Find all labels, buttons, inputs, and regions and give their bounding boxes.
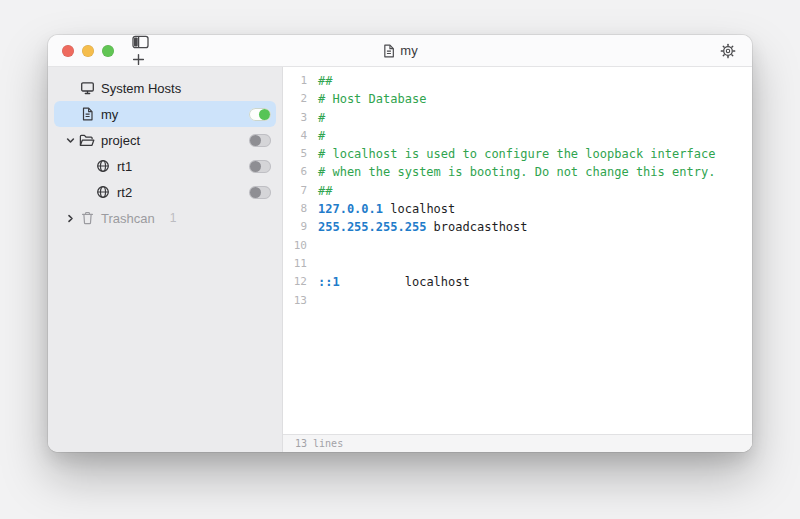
code-segment-plain	[426, 220, 433, 234]
sidebar: System Hostsmyprojectrt1rt2Trashcan1	[48, 67, 283, 452]
add-button[interactable]	[130, 51, 147, 68]
line-number: 10	[283, 237, 307, 255]
editor-line[interactable]: 3#	[283, 109, 752, 127]
sidebar-item-rt1[interactable]: rt1	[54, 153, 276, 179]
code-segment-host: localhost	[405, 275, 470, 289]
code-segment-comment: # when the system is booting. Do not cha…	[318, 165, 715, 179]
globe-icon	[94, 185, 112, 199]
line-number: 2	[283, 90, 307, 108]
gear-icon	[720, 43, 736, 59]
sidebar-item-label: rt2	[117, 185, 132, 200]
monitor-icon	[78, 81, 96, 95]
close-button[interactable]	[62, 45, 74, 57]
line-content[interactable]: ::1 localhost	[307, 273, 470, 291]
line-content[interactable]	[307, 255, 318, 273]
settings-button[interactable]	[718, 41, 738, 61]
window-title-text: my	[400, 43, 417, 58]
sidebar-item-label: rt1	[117, 159, 132, 174]
sidebar-item-system-hosts[interactable]: System Hosts	[54, 75, 276, 101]
line-number: 8	[283, 200, 307, 218]
traffic-lights	[62, 45, 114, 57]
line-number: 9	[283, 218, 307, 236]
line-content[interactable]: ##	[307, 182, 332, 200]
toggle-switch[interactable]	[249, 160, 271, 173]
sidebar-item-label: project	[101, 133, 140, 148]
line-content[interactable]: # when the system is booting. Do not cha…	[307, 163, 715, 181]
globe-icon	[94, 159, 112, 173]
editor[interactable]: 1##2# Host Database3#4#5# localhost is u…	[283, 67, 752, 434]
line-number: 5	[283, 145, 307, 163]
sidebar-item-label: System Hosts	[101, 81, 181, 96]
toggle-knob	[250, 135, 261, 146]
code-segment-host: localhost	[390, 202, 455, 216]
line-content[interactable]: # Host Database	[307, 90, 426, 108]
line-content[interactable]: ##	[307, 72, 332, 90]
editor-line[interactable]: 5# localhost is used to configure the lo…	[283, 145, 752, 163]
window-title: my	[382, 35, 417, 66]
code-segment-comment: #	[318, 129, 325, 143]
editor-line[interactable]: 1##	[283, 72, 752, 90]
status-bar: 13 lines	[283, 434, 752, 452]
editor-line[interactable]: 11	[283, 255, 752, 273]
chevron-right-icon[interactable]	[62, 214, 78, 223]
editor-line[interactable]: 10	[283, 237, 752, 255]
sidebar-item-project[interactable]: project	[54, 127, 276, 153]
toggle-switch[interactable]	[249, 186, 271, 199]
line-number: 11	[283, 255, 307, 273]
line-content[interactable]: #	[307, 127, 325, 145]
line-number: 12	[283, 273, 307, 291]
document-icon	[78, 107, 96, 121]
line-number: 3	[283, 109, 307, 127]
editor-line[interactable]: 2# Host Database	[283, 90, 752, 108]
editor-line[interactable]: 12::1 localhost	[283, 273, 752, 291]
editor-line[interactable]: 8127.0.0.1 localhost	[283, 200, 752, 218]
line-content[interactable]	[307, 292, 318, 310]
item-count-badge: 1	[170, 211, 177, 225]
sidebar-toggle-button[interactable]	[130, 35, 151, 51]
editor-pane: 1##2# Host Database3#4#5# localhost is u…	[283, 67, 752, 452]
line-number: 13	[283, 292, 307, 310]
minimize-button[interactable]	[82, 45, 94, 57]
code-segment-comment: # localhost is used to configure the loo…	[318, 147, 715, 161]
line-content[interactable]: #	[307, 109, 325, 127]
editor-line[interactable]: 6# when the system is booting. Do not ch…	[283, 163, 752, 181]
line-count-text: 13 lines	[295, 438, 343, 449]
zoom-button[interactable]	[102, 45, 114, 57]
line-content[interactable]	[307, 237, 318, 255]
sidebar-item-trashcan[interactable]: Trashcan1	[54, 205, 276, 231]
folder-icon	[78, 134, 96, 147]
main-area: System Hostsmyprojectrt1rt2Trashcan1 1##…	[48, 67, 752, 452]
toggle-knob	[250, 161, 261, 172]
code-segment-comment: #	[318, 111, 325, 125]
sidebar-toggle-icon	[132, 35, 149, 49]
sidebar-item-label: Trashcan	[101, 211, 155, 226]
code-segment-comment: ##	[318, 74, 332, 88]
line-content[interactable]: 255.255.255.255 broadcasthost	[307, 218, 528, 236]
sidebar-item-rt2[interactable]: rt2	[54, 179, 276, 205]
code-segment-comment: ##	[318, 184, 332, 198]
line-number: 1	[283, 72, 307, 90]
chevron-down-icon[interactable]	[62, 136, 78, 145]
document-icon	[382, 44, 395, 58]
editor-line[interactable]: 9255.255.255.255 broadcasthost	[283, 218, 752, 236]
line-number: 4	[283, 127, 307, 145]
editor-line[interactable]: 4#	[283, 127, 752, 145]
sidebar-item-my[interactable]: my	[54, 101, 276, 127]
sidebar-item-label: my	[101, 107, 118, 122]
code-segment-plain	[340, 275, 405, 289]
toggle-switch[interactable]	[249, 108, 271, 121]
line-number: 7	[283, 182, 307, 200]
line-content[interactable]: 127.0.0.1 localhost	[307, 200, 455, 218]
line-content[interactable]: # localhost is used to configure the loo…	[307, 145, 715, 163]
app-window: my System Hostsmyprojectrt1rt2Trashcan1 …	[48, 35, 752, 452]
code-segment-ip: 127.0.0.1	[318, 202, 383, 216]
code-segment-host: broadcasthost	[434, 220, 528, 234]
editor-line[interactable]: 7##	[283, 182, 752, 200]
code-segment-comment: # Host Database	[318, 92, 426, 106]
toggle-knob	[250, 187, 261, 198]
title-bar: my	[48, 35, 752, 67]
toggle-switch[interactable]	[249, 134, 271, 147]
editor-line[interactable]: 13	[283, 292, 752, 310]
trash-icon	[78, 211, 96, 225]
toggle-knob	[259, 109, 270, 120]
